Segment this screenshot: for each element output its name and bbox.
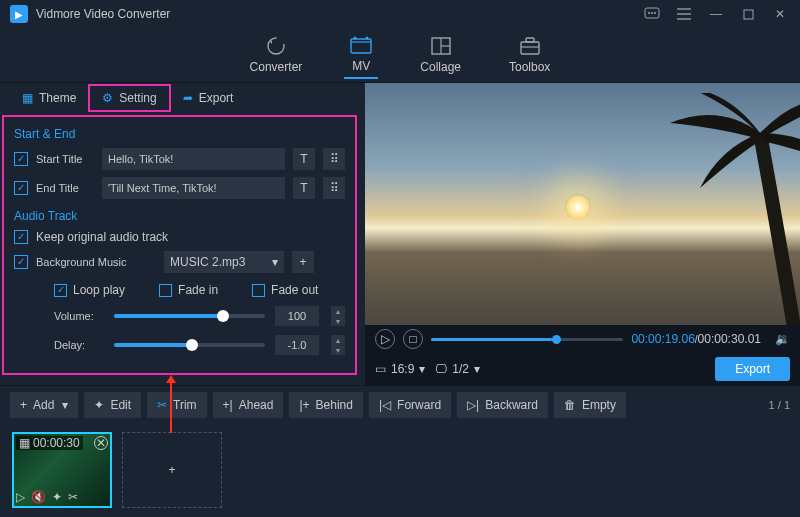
subtab-theme[interactable]: ▦ Theme [10,86,88,110]
play-button[interactable]: ▷ [375,329,395,349]
add-music-button[interactable]: + [292,251,314,273]
keep-original-checkbox[interactable] [14,230,28,244]
end-expand-button[interactable]: ⠿ [323,177,345,199]
aspect-icon: ▭ [375,362,386,376]
subtab-export-label: Export [199,91,234,105]
svg-rect-7 [744,10,753,19]
mv-icon [350,35,372,55]
svg-point-8 [268,38,284,54]
tab-mv-label: MV [352,59,370,73]
clip-mute-icon[interactable]: 🔇 [31,490,46,504]
subtab-theme-label: Theme [39,91,76,105]
delay-slider[interactable] [114,343,265,347]
gear-icon: ⚙ [102,91,113,105]
feedback-icon[interactable] [642,4,662,24]
keep-original-label: Keep original audio track [36,230,168,244]
plus-icon: + [168,463,175,477]
clip-scissors-icon[interactable]: ✂ [68,490,78,504]
tab-collage[interactable]: Collage [414,32,467,78]
play-icon: ▷ [381,332,390,346]
svg-rect-9 [351,39,371,53]
volume-label: Volume: [54,310,104,322]
menu-icon[interactable] [674,4,694,24]
stop-icon: □ [409,332,416,346]
fadeout-checkbox[interactable] [252,284,265,297]
tab-converter[interactable]: Converter [244,32,309,78]
background-music-label: Background Music [36,256,156,268]
seek-slider[interactable] [431,338,623,341]
fadein-label: Fade in [178,283,218,297]
delay-value: -1.0 [275,335,319,355]
fadeout-label: Fade out [271,283,318,297]
export-button[interactable]: Export [715,357,790,381]
end-title-input[interactable] [102,177,285,199]
ahead-button[interactable]: +|Ahead [213,392,284,418]
total-time: 00:00:30.01 [698,332,761,346]
collage-icon [430,36,452,56]
sun-graphic [565,194,591,220]
tab-toolbox-label: Toolbox [509,60,550,74]
chevron-down-icon: ▾ [419,362,425,376]
loop-checkbox[interactable] [54,284,67,297]
start-title-checkbox[interactable] [14,152,28,166]
volume-icon[interactable]: 🔉 [775,332,790,346]
start-expand-button[interactable]: ⠿ [323,148,345,170]
backward-button[interactable]: ▷|Backward [457,392,548,418]
add-clip-slot[interactable]: + [122,432,222,508]
trim-button[interactable]: ✂Trim [147,392,207,418]
theme-icon: ▦ [22,91,33,105]
behind-button[interactable]: |+Behind [289,392,363,418]
start-font-button[interactable]: T [293,148,315,170]
app-logo: ▶ [10,5,28,23]
minimize-button[interactable]: — [706,4,726,24]
close-icon: ✕ [96,436,106,450]
svg-point-12 [366,37,369,40]
stop-button[interactable]: □ [403,329,423,349]
skip-forward-icon: ▷| [467,398,479,412]
maximize-button[interactable] [738,4,758,24]
aspect-ratio-select[interactable]: ▭ 16:9 ▾ [375,362,425,376]
subtab-export[interactable]: ➦ Export [171,86,246,110]
subtab-setting[interactable]: ⚙ Setting [88,84,170,112]
tab-converter-label: Converter [250,60,303,74]
tab-collage-label: Collage [420,60,461,74]
background-music-checkbox[interactable] [14,255,28,269]
close-button[interactable]: ✕ [770,4,790,24]
end-title-checkbox[interactable] [14,181,28,195]
loop-label: Loop play [73,283,125,297]
clip-duration-badge: ▦00:00:30 [16,436,83,450]
grid-dots-icon: ⠿ [330,181,339,195]
music-select[interactable]: MUSIC 2.mp3 ▾ [164,251,284,273]
edit-button[interactable]: ✦Edit [84,392,141,418]
tab-mv[interactable]: MV [344,31,378,79]
tab-toolbox[interactable]: Toolbox [503,32,556,78]
delay-stepper[interactable]: ▲▼ [331,335,345,355]
svg-point-3 [654,12,656,14]
text-icon: T [300,152,307,166]
export-icon: ➦ [183,91,193,105]
page-value: 1/2 [452,362,469,376]
subtab-setting-label: Setting [119,91,156,105]
volume-value: 100 [275,306,319,326]
clip-play-icon[interactable]: ▷ [16,490,25,504]
page-select[interactable]: 🖵 1/2 ▾ [435,362,480,376]
start-title-label: Start Title [36,153,94,165]
start-title-input[interactable] [102,148,285,170]
add-button[interactable]: +Add▾ [10,392,78,418]
clip-wand-icon[interactable]: ✦ [52,490,62,504]
volume-stepper[interactable]: ▲▼ [331,306,345,326]
video-preview[interactable] [365,83,800,325]
timeline-clip[interactable]: ▦00:00:30 ✕ ▷ 🔇 ✦ ✂ [12,432,112,508]
fadein-checkbox[interactable] [159,284,172,297]
chevron-down-icon: ▾ [272,255,278,269]
music-select-value: MUSIC 2.mp3 [170,255,245,269]
volume-slider[interactable] [114,314,265,318]
end-font-button[interactable]: T [293,177,315,199]
forward-button[interactable]: |◁Forward [369,392,451,418]
empty-button[interactable]: 🗑Empty [554,392,626,418]
svg-point-11 [354,37,357,40]
palm-graphic [660,93,800,325]
plus-icon: + [20,398,27,412]
wand-icon: ✦ [94,398,104,412]
clip-delete-button[interactable]: ✕ [94,436,108,450]
